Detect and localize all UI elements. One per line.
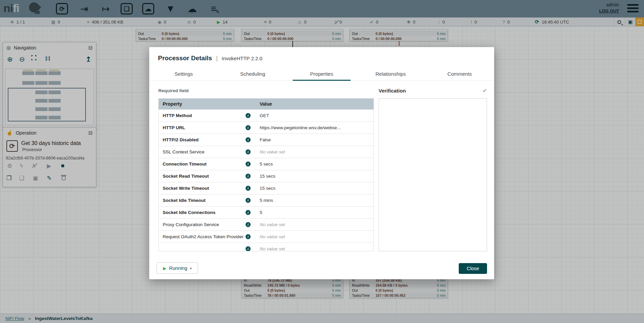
info-icon[interactable]: i	[246, 149, 251, 154]
verification-title: Verification	[379, 88, 406, 94]
chevron-down-icon: ▾	[190, 266, 192, 270]
verification-results-panel	[379, 98, 487, 251]
property-row: HTTP/2 DisablediFalse	[159, 134, 374, 146]
close-button[interactable]: Close	[459, 263, 487, 274]
info-icon[interactable]: i	[246, 198, 251, 203]
tab-comments[interactable]: Comments	[425, 67, 494, 80]
info-icon[interactable]: i	[246, 186, 251, 191]
info-icon[interactable]: i	[246, 174, 251, 179]
property-row-partial: iNo value set	[159, 243, 374, 251]
property-row: HTTP URLihttps://www.pegelonline.wsv.de/…	[159, 121, 374, 134]
property-row: Socket Idle Timeouti5 mins	[159, 194, 374, 206]
property-row: Socket Idle Connectionsi5	[159, 206, 374, 218]
info-icon[interactable]: i	[246, 210, 251, 215]
processor-type-version: InvokeHTTP 2.2.0	[222, 56, 262, 61]
property-row: Request OAuth2 Access Token ProvideriNo …	[159, 230, 374, 243]
title-separator: |	[216, 55, 218, 62]
dialog-tabs: Settings Scheduling Properties Relations…	[149, 67, 494, 81]
info-icon[interactable]: i	[246, 162, 251, 167]
tab-settings[interactable]: Settings	[149, 67, 218, 80]
tab-properties[interactable]: Properties	[287, 67, 356, 80]
info-icon[interactable]: i	[246, 125, 251, 130]
property-row: Socket Write Timeouti15 secs	[159, 182, 374, 194]
nifi-app: nifi ⟳ ⇥ ↦ ❏ ☁ ▼ ☁↓ ≡✎ admin LOG OUT ❖1 …	[0, 0, 644, 323]
running-play-icon: ▶	[163, 266, 166, 271]
required-field-hint: Required field	[158, 88, 189, 93]
verify-check-icon[interactable]: ✔	[483, 87, 487, 94]
property-row: Proxy Configuration ServiceiNo value set	[159, 218, 374, 230]
property-row: Connection Timeouti5 secs	[159, 158, 374, 170]
processor-details-dialog: Processor Details | InvokeHTTP 2.2.0 Set…	[149, 47, 494, 279]
property-row: HTTP MethodiGET	[159, 109, 374, 121]
properties-table-header: Property Value	[159, 99, 374, 109]
info-icon[interactable]: i	[246, 222, 251, 227]
info-icon[interactable]: i	[246, 234, 251, 239]
dialog-title: Processor Details	[158, 55, 212, 62]
info-icon[interactable]: i	[246, 113, 251, 118]
properties-table: Property Value HTTP MethodiGET HTTP URLi…	[158, 98, 374, 251]
property-row: Socket Read Timeouti15 secs	[159, 170, 374, 182]
info-icon[interactable]: i	[246, 246, 251, 251]
tab-scheduling[interactable]: Scheduling	[218, 67, 287, 80]
info-icon[interactable]: i	[246, 137, 251, 142]
run-state-dropdown[interactable]: ▶ Running ▾	[157, 262, 198, 274]
property-row: SSL Context ServiceiNo value set	[159, 146, 374, 158]
tab-relationships[interactable]: Relationships	[356, 67, 425, 80]
